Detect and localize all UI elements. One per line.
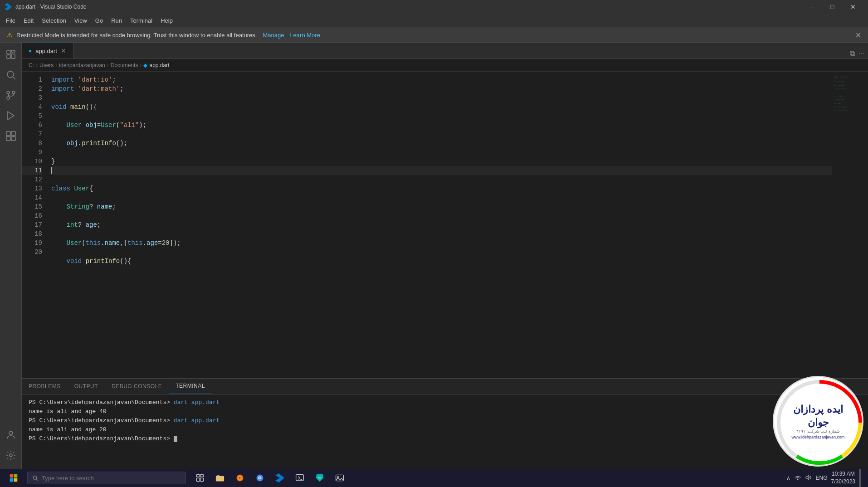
breadcrumb-c[interactable]: C: [29,62,34,68]
svg-rect-21 [14,478,18,482]
split-editor-button[interactable]: ⧉ [849,49,856,58]
svg-rect-2 [7,55,10,58]
activity-search-icon[interactable] [2,66,20,84]
minimize-button[interactable]: ─ [801,0,822,14]
svg-marker-0 [5,3,12,10]
code-editor[interactable]: 12345 678910 11 12131415 1617181920 impo… [22,72,868,378]
clock[interactable]: 10:39 AM 7/30/2023 [831,470,855,486]
banner-close-button[interactable]: ✕ [855,31,861,39]
svg-point-22 [33,476,37,480]
watermark-inner: ایده پردازان جوان شماره ثبت شرکت: ۴۱۹۱ w… [774,377,862,465]
manage-link[interactable]: Manage [263,32,284,39]
dart-taskbar[interactable]: Dt [310,469,329,487]
menu-go[interactable]: Go [92,15,107,26]
minimap: import 'dart:io'; import 'dart:math'; vo… [832,72,868,378]
panel-tab-debug-console[interactable]: DEBUG CONSOLE [105,378,169,394]
restricted-banner: ⚠ Restricted Mode is intended for safe c… [0,27,868,43]
terminal-content[interactable]: PS C:\Users\idehpardazanjavan\Documents>… [22,394,868,469]
panel-tabs: PROBLEMS OUTPUT DEBUG CONSOLE TERMINAL [22,379,868,394]
menu-run[interactable]: Run [107,15,126,26]
svg-rect-4 [11,54,15,58]
terminal-cursor [174,436,177,442]
activity-account-icon[interactable] [2,426,20,444]
svg-point-17 [10,454,12,457]
terminal-prompt-line: PS C:\Users\idehpardazanjavan\Documents> [29,434,861,443]
menu-terminal[interactable]: Terminal [127,15,156,26]
maximize-button[interactable]: □ [822,0,843,14]
watermark-text-line2: جوان [808,416,829,429]
menu-help[interactable]: Help [157,15,176,26]
activity-debug-icon[interactable] [2,107,20,125]
terminal-line-1: PS C:\Users\idehpardazanjavan\Documents>… [29,398,861,407]
banner-message: Restricted Mode is intended for safe cod… [16,32,257,39]
dart-file-icon: ◆ [143,62,147,68]
breadcrumb-documents[interactable]: Documents [111,62,138,68]
terminal-output-2: name is ali and age 20 [29,425,861,434]
start-button[interactable] [2,469,25,487]
tray-network-icon[interactable] [794,474,801,482]
terminal-icon [295,473,304,482]
clock-date: 7/30/2023 [831,478,855,486]
taskbar-search[interactable] [27,472,186,484]
more-actions-button[interactable]: ··· [858,49,866,58]
tray-chevron[interactable]: ∧ [786,475,790,481]
watermark: ایده پردازان جوان شماره ثبت شرکت: ۴۱۹۱ w… [773,376,863,467]
vscode-taskbar-icon [275,473,284,482]
activity-extensions-icon[interactable] [2,127,20,145]
terminal-output-1: name is ali and age 40 [29,407,861,416]
watermark-text-line1: ایده پردازان [793,403,843,416]
breadcrumb-users[interactable]: Users [39,62,54,68]
system-tray: ∧ ENG 10:39 AM 7/30/2023 [782,469,866,487]
svg-point-30 [239,477,240,478]
code-content[interactable]: import 'dart:io'; import 'dart:math'; vo… [47,72,832,378]
panel-tab-terminal[interactable]: TERMINAL [169,378,212,394]
menu-bar: File Edit Selection View Go Run Terminal… [0,14,868,27]
svg-line-23 [36,479,38,480]
warning-icon: ⚠ [7,31,13,39]
show-desktop-button[interactable] [859,469,861,487]
menu-edit[interactable]: Edit [20,15,37,26]
file-explorer-taskbar[interactable] [210,469,229,487]
activity-settings-icon[interactable] [2,446,20,464]
language-indicator[interactable]: ENG [816,475,828,481]
panel-area: PROBLEMS OUTPUT DEBUG CONSOLE TERMINAL P… [22,378,868,469]
svg-rect-3 [11,50,15,52]
breadcrumb-file[interactable]: ◆app.dart [143,62,169,68]
svg-rect-14 [6,136,10,141]
breadcrumb-username[interactable]: idehpardazanjavan [59,62,105,68]
tab-right-actions: ⧉ ··· [847,49,868,58]
line-numbers: 12345 678910 11 12131415 1617181920 [22,72,47,378]
image-viewer-taskbar[interactable] [330,469,349,487]
close-button[interactable]: ✕ [843,0,863,14]
tab-app-dart[interactable]: ● app.dart ✕ [22,43,73,58]
svg-point-41 [797,479,798,480]
chrome-icon [255,473,264,482]
tab-close-button[interactable]: ✕ [61,47,66,54]
panel-tab-output[interactable]: OUTPUT [68,378,105,394]
menu-selection[interactable]: Selection [38,15,69,26]
panel-tab-problems[interactable]: PROBLEMS [22,378,68,394]
activity-explorer-icon[interactable] [2,45,20,63]
svg-point-9 [7,97,10,99]
svg-rect-13 [11,131,15,136]
svg-line-6 [13,77,15,80]
menu-file[interactable]: File [2,15,19,26]
terminal-taskbar[interactable] [290,469,309,487]
clock-time: 10:39 AM [831,470,855,478]
svg-point-8 [12,91,15,94]
activity-bar [0,43,22,469]
learn-more-link[interactable]: Learn More [290,32,320,39]
svg-rect-20 [10,478,14,482]
activity-git-icon[interactable] [2,86,20,104]
svg-point-7 [7,91,10,94]
chrome-taskbar[interactable] [250,469,269,487]
firefox-taskbar[interactable] [230,469,249,487]
taskview-button[interactable] [190,469,210,487]
menu-view[interactable]: View [71,15,91,26]
taskbar: Dt ∧ ENG [0,469,868,487]
window-controls: ─ □ ✕ [801,0,863,14]
taskbar-apps: Dt [190,469,349,487]
vscode-taskbar[interactable] [270,469,289,487]
taskbar-search-input[interactable] [42,475,181,482]
tray-volume-icon[interactable] [805,474,812,482]
